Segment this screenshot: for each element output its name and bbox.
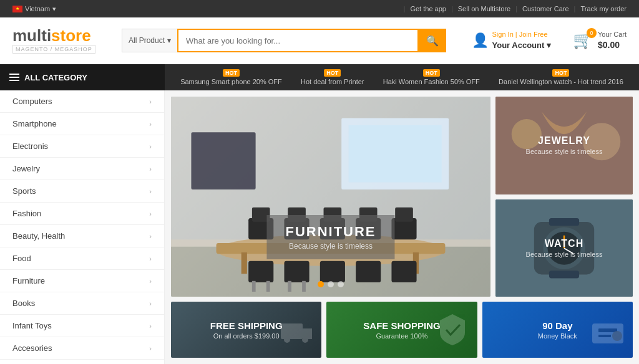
account-icon: 👤 (472, 32, 489, 49)
header: multistore MAGENTO / MEGASHOP All Produc… (0, 17, 639, 64)
sign-in-label[interactable]: Sign In | Join Free (492, 30, 551, 39)
cart-amount: $0.00 (598, 39, 627, 52)
nav-deal-label-1: Hot deal from Printer (301, 78, 364, 85)
country-label: Vietnam (25, 5, 50, 12)
svg-rect-24 (252, 281, 256, 292)
track-order-link[interactable]: Track my order (580, 5, 627, 12)
sidebar-item-label: Smartphone (12, 119, 57, 128)
nav-deal-3[interactable]: HOT Daniel Wellington watch - Hot trend … (499, 69, 623, 85)
svg-rect-45 (598, 335, 611, 337)
chevron-right-icon: › (149, 210, 152, 218)
watch-title: WATCH (526, 238, 603, 249)
sidebar-item-furniture[interactable]: Furniture › (0, 270, 164, 292)
hero-dots (318, 281, 344, 287)
search-button[interactable]: 🔍 (419, 29, 446, 52)
search-input[interactable] (177, 29, 419, 52)
sidebar-item-label: Computers (12, 97, 52, 106)
customer-care-link[interactable]: Customer Care (522, 5, 569, 12)
separator: | (515, 5, 517, 12)
chevron-right-icon: › (149, 322, 152, 330)
cart-section[interactable]: 🛒 0 Your Cart $0.00 (573, 30, 627, 52)
promo-text-0: FREE SHIPPING On all orders $199.00 (210, 320, 283, 340)
jewelry-title: JEWELRY (526, 135, 603, 146)
cart-badge: 0 (587, 28, 597, 38)
sidebar-item-jewelry[interactable]: Jewelry › (0, 158, 164, 180)
all-category-btn[interactable]: ALL CATEGORY (0, 64, 165, 90)
search-category-dropdown[interactable]: All Product ▾ (122, 29, 177, 52)
promo-title-2: 90 Day (538, 320, 577, 331)
nav-deals: HOT Samsung Smart phone 20% OFF HOT Hot … (165, 69, 639, 85)
sell-link[interactable]: Sell on Multistore (458, 5, 510, 12)
search-category-label: All Product (129, 36, 165, 45)
cart-icon-wrap: 🛒 0 (573, 31, 593, 50)
watch-text: WATCH Because style is timeless (526, 238, 603, 258)
nav-bar: ALL CATEGORY HOT Samsung Smart phone 20%… (0, 64, 639, 90)
content-area: FURNITURE Because style is timeless (165, 90, 639, 364)
get-app-link[interactable]: Get the app (410, 5, 446, 12)
sidebar-item-infant-toys[interactable]: Infant Toys › (0, 315, 164, 337)
dot-1[interactable] (318, 281, 324, 287)
nav-deal-2[interactable]: HOT Haki Women Fashion 50% OFF (383, 69, 480, 85)
sidebar-item-books[interactable]: Books › (0, 292, 164, 315)
logo-sub: MAGENTO / MEGASHOP (12, 45, 95, 54)
chevron-right-icon: › (149, 98, 152, 105)
svg-rect-25 (266, 281, 270, 292)
nav-deal-label-0: Samsung Smart phone 20% OFF (180, 78, 282, 85)
svg-rect-7 (241, 252, 247, 274)
your-account-label[interactable]: Your Account ▾ (492, 40, 551, 51)
sidebar-item-food[interactable]: Food › (0, 247, 164, 270)
nav-deal-label-3: Daniel Wellington watch - Hot trend 2016 (499, 78, 623, 85)
jewelry-subtitle: Because style is timeless (526, 148, 603, 155)
promo-text-2: 90 Day Money Black (538, 320, 577, 340)
chevron-right-icon: › (149, 143, 152, 150)
svg-rect-27 (302, 281, 306, 292)
svg-rect-39 (549, 271, 579, 278)
top-bar: Vietnam ▾ | Get the app | Sell on Multis… (0, 0, 639, 17)
account-section[interactable]: 👤 Sign In | Join Free Your Account ▾ (472, 30, 551, 51)
main-content: Computers › Smartphone › Electronis › Je… (0, 90, 639, 364)
jewelry-panel[interactable]: JEWELRY Because style is timeless (495, 97, 633, 194)
nav-deal-0[interactable]: HOT Samsung Smart phone 20% OFF (180, 69, 282, 85)
logo[interactable]: multistore MAGENTO / MEGASHOP (12, 27, 112, 54)
chevron-right-icon: › (149, 277, 152, 285)
account-text: Sign In | Join Free Your Account ▾ (492, 30, 551, 51)
svg-rect-4 (191, 132, 255, 189)
svg-rect-3 (349, 125, 442, 183)
svg-point-46 (612, 331, 622, 341)
svg-rect-22 (356, 261, 381, 282)
chevron-right-icon: › (149, 345, 152, 352)
sidebar-item-smartphone[interactable]: Smartphone › (0, 113, 164, 135)
promo-free-shipping[interactable]: FREE SHIPPING On all orders $199.00 (171, 302, 321, 358)
separator: | (451, 5, 453, 12)
country-selector[interactable]: Vietnam ▾ (12, 5, 56, 13)
chevron-right-icon: › (149, 232, 152, 240)
logo-text: multistore (12, 27, 91, 44)
jewelry-text: JEWELRY Because style is timeless (526, 135, 603, 155)
hot-badge-0: HOT (223, 69, 240, 77)
sidebar-item-beauty-health[interactable]: Beauty, Health › (0, 225, 164, 247)
sidebar-item-fashion[interactable]: Fashion › (0, 203, 164, 225)
svg-rect-19 (248, 261, 273, 282)
sidebar-item-accesories[interactable]: Accesories › (0, 337, 164, 360)
svg-rect-38 (549, 218, 579, 226)
dot-2[interactable] (328, 281, 334, 287)
svg-point-42 (302, 337, 308, 343)
hero-slider[interactable]: FURNITURE Because style is timeless (171, 97, 490, 297)
promo-section: FREE SHIPPING On all orders $199.00 SAFE… (171, 302, 633, 358)
watch-panel[interactable]: WATCH Because style is timeless (495, 199, 633, 297)
sidebar-item-label: Infant Toys (12, 321, 52, 330)
logo-store: store (51, 26, 91, 45)
promo-safe-shopping[interactable]: SAFE SHOPPING Guarantee 100% (326, 302, 477, 358)
sidebar-item-label: Furniture (12, 276, 45, 285)
sidebar-item-sports[interactable]: Sports › (0, 180, 164, 203)
sidebar-item-computers[interactable]: Computers › (0, 90, 164, 113)
promo-title-0: FREE SHIPPING (210, 320, 283, 331)
room-illustration (171, 97, 490, 297)
dot-3[interactable] (338, 281, 344, 287)
search-icon: 🔍 (426, 35, 439, 47)
chevron-right-icon: › (149, 255, 152, 262)
chevron-down-icon: ▾ (547, 41, 551, 50)
promo-90day[interactable]: 90 Day Money Black (482, 302, 633, 358)
sidebar-item-electronis[interactable]: Electronis › (0, 135, 164, 158)
nav-deal-1[interactable]: HOT Hot deal from Printer (301, 69, 364, 85)
